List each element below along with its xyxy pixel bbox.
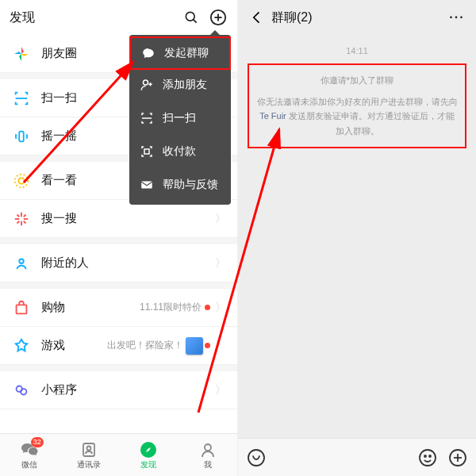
- svg-line-1: [194, 20, 197, 23]
- search-icon[interactable]: [182, 8, 201, 27]
- right-header: 群聊(2) ···: [238, 0, 476, 35]
- list-item-label: 小程序: [41, 382, 210, 397]
- menu-item-feedback[interactable]: 帮助与反馈: [129, 168, 231, 202]
- tab-wechat[interactable]: 32 微信: [0, 434, 60, 476]
- badge: 32: [31, 437, 44, 447]
- svg-point-17: [19, 259, 24, 263]
- menu-item-scan[interactable]: 扫一扫: [129, 102, 231, 135]
- left-title: 发现: [10, 10, 174, 26]
- list-item-label: 附近的人: [41, 255, 210, 271]
- shopping-icon: [11, 298, 32, 318]
- chat-bubble-icon: [140, 45, 156, 61]
- more-icon[interactable]: ···: [447, 8, 466, 27]
- tab-me[interactable]: 我: [178, 434, 237, 476]
- list-item-nearby[interactable]: 附近的人 〉: [0, 244, 237, 282]
- shake-icon: [11, 126, 32, 147]
- menu-item-groupchat[interactable]: 发起群聊: [129, 36, 231, 70]
- svg-rect-25: [144, 149, 149, 154]
- list-item-search[interactable]: 搜一搜 〉: [0, 200, 237, 238]
- game-thumb-icon: [186, 337, 203, 355]
- svg-line-16: [17, 221, 20, 223]
- svg-rect-6: [19, 131, 24, 141]
- tab-discover[interactable]: 发现: [119, 434, 178, 476]
- svg-point-20: [21, 389, 26, 394]
- menu-item-pay[interactable]: 收付款: [129, 135, 231, 168]
- chat-title: 群聊(2): [271, 10, 440, 26]
- chat-pane: 群聊(2) ··· 14:11 你邀请*加入了群聊 你无法邀请未添加你为好友的用…: [238, 0, 476, 476]
- miniprogram-icon: [11, 380, 32, 401]
- tab-label: 发现: [140, 459, 156, 470]
- voice-icon[interactable]: [246, 447, 267, 468]
- attach-plus-icon[interactable]: [447, 447, 468, 468]
- svg-point-34: [429, 455, 431, 457]
- list-item-label: 游戏: [41, 338, 107, 353]
- svg-rect-26: [141, 182, 152, 189]
- nearby-icon: [11, 253, 32, 274]
- list-item-shopping[interactable]: 购物 11.11限时特价 〉: [0, 289, 237, 327]
- add-friend-icon: [139, 77, 155, 93]
- system-message: 你邀请*加入了群聊 你无法邀请未添加你为好友的用户进去群聊，请先向 Te Fui…: [248, 63, 466, 148]
- svg-point-7: [18, 178, 24, 183]
- chat-input-bar: [238, 438, 476, 476]
- scan-icon: [139, 110, 155, 126]
- svg-point-0: [186, 12, 194, 21]
- svg-line-14: [24, 221, 26, 223]
- svg-line-13: [17, 214, 20, 217]
- system-line: 你无法邀请未添加你为好友的用户进去群聊，请先向 Te Fuir 发送朋友验证申请…: [255, 94, 459, 139]
- search-discover-icon: [11, 209, 32, 229]
- tab-contacts[interactable]: 通讯录: [60, 434, 119, 476]
- discover-pane: 发现 朋友圈 〉 扫一扫 〉: [0, 0, 238, 476]
- chevron-right-icon: 〉: [215, 383, 226, 397]
- list-item-meta: 11.11限时特价: [140, 301, 210, 314]
- chevron-right-icon: 〉: [215, 256, 226, 271]
- list-item-games[interactable]: 游戏 出发吧！探险家！ 〉: [0, 327, 237, 365]
- menu-item-addfriend[interactable]: 添加朋友: [129, 68, 231, 102]
- list-item-label: 购物: [41, 300, 140, 315]
- svg-rect-18: [17, 305, 27, 313]
- svg-point-21: [144, 80, 148, 85]
- emoji-icon[interactable]: [417, 447, 438, 468]
- scan-icon: [11, 88, 32, 109]
- user-link[interactable]: Te Fuir: [259, 111, 286, 121]
- svg-point-33: [424, 455, 426, 457]
- tab-label: 通讯录: [77, 459, 101, 470]
- pay-icon: [139, 144, 155, 159]
- left-header: 发现: [0, 0, 237, 35]
- svg-point-28: [87, 446, 91, 450]
- plus-dropdown: 发起群聊 添加朋友 扫一扫 收付款 帮助与反馈: [129, 35, 231, 205]
- menu-item-label: 扫一扫: [163, 111, 196, 125]
- timestamp: 14:11: [238, 46, 476, 56]
- menu-item-label: 添加朋友: [163, 78, 207, 92]
- svg-line-15: [24, 214, 26, 217]
- list-item-miniprograms[interactable]: 小程序 〉: [0, 371, 237, 409]
- menu-item-label: 帮助与反馈: [163, 178, 218, 192]
- red-dot-icon: [205, 343, 210, 348]
- plus-icon[interactable]: [209, 8, 228, 27]
- svg-point-31: [248, 450, 264, 466]
- topstories-icon: [11, 171, 32, 191]
- back-icon[interactable]: [248, 8, 267, 27]
- chevron-right-icon: 〉: [215, 212, 226, 226]
- svg-point-8: [15, 174, 29, 187]
- svg-point-32: [420, 450, 436, 466]
- tab-label: 微信: [21, 459, 37, 470]
- list-item-label: 搜一搜: [41, 211, 210, 226]
- mail-icon: [139, 177, 155, 193]
- tab-label: 我: [204, 459, 212, 470]
- left-tabbar: 32 微信 通讯录 发现 我: [0, 433, 237, 476]
- menu-item-label: 发起群聊: [164, 46, 209, 60]
- system-line: 你邀请*加入了群聊: [255, 73, 459, 88]
- red-dot-icon: [205, 305, 210, 310]
- games-icon: [11, 336, 32, 356]
- moments-icon: [11, 44, 32, 64]
- chevron-right-icon: 〉: [215, 301, 226, 315]
- chevron-right-icon: 〉: [215, 339, 226, 353]
- menu-item-label: 收付款: [163, 144, 196, 159]
- list-item-meta: 出发吧！探险家！: [107, 337, 210, 355]
- svg-point-30: [205, 444, 211, 451]
